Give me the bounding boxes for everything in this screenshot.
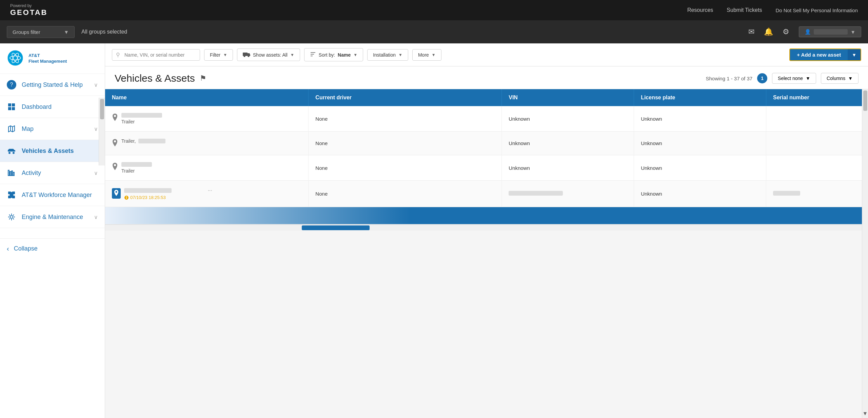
asset-name-blurred [124, 188, 172, 193]
sidebar-app-header: AT&TFleet Management [0, 43, 105, 74]
user-chevron-icon: ▼ [850, 29, 855, 35]
sort-by-label: Sort by: [319, 52, 335, 58]
sidebar-collapse-button[interactable]: ‹ Collapse [0, 238, 105, 259]
add-asset-split-chevron-icon: ▼ [852, 52, 856, 58]
columns-chevron-icon: ▼ [848, 76, 853, 81]
vehicles-table: Name Current driver VIN License plate Se… [105, 89, 868, 224]
asset-name-cell: Trailer, [105, 132, 309, 155]
columns-button[interactable]: Columns ▼ [821, 73, 859, 84]
truck-icon [243, 52, 250, 58]
chevron-down-icon-engine: ∨ [94, 214, 98, 220]
asset-name-cell: ··· 07/10/23 18:25:53 [105, 181, 309, 207]
settings-gear-icon[interactable]: ⚙ [783, 27, 789, 36]
serial-cell [766, 181, 868, 207]
col-header-license[interactable]: License plate [634, 89, 766, 106]
vin-cell: Unknown [502, 155, 634, 181]
sidebar-item-map[interactable]: Map ∨ [0, 118, 105, 140]
horizontal-scrollbar-thumb [302, 225, 370, 230]
add-asset-button[interactable]: + Add a new asset [789, 48, 848, 61]
sidebar-item-dashboard[interactable]: Dashboard [0, 96, 105, 118]
geotab-logo: GEOTAB [10, 8, 47, 17]
groups-filter-button[interactable]: Groups filter ▼ [7, 26, 75, 38]
sidebar-item-att-workforce[interactable]: AT&T Workforce Manager [0, 184, 105, 206]
table-row[interactable] [105, 207, 868, 224]
svg-point-12 [13, 152, 15, 154]
groups-bar: Groups filter ▼ All groups selected ✉ 🔔 … [0, 20, 868, 43]
location-pin-icon [112, 139, 118, 148]
svg-rect-18 [243, 53, 248, 56]
svg-point-27 [114, 164, 116, 166]
license-cell: Unknown [634, 155, 766, 181]
driver-cell: None [309, 155, 502, 181]
more-button[interactable]: More ▼ [412, 49, 441, 61]
svg-point-17 [10, 216, 13, 218]
logo-area: Powered by GEOTAB [10, 3, 47, 17]
show-assets-chevron-icon: ▼ [290, 53, 294, 57]
svg-marker-8 [8, 126, 15, 132]
top-nav-links: Resources Submit Tickets Do Not Sell My … [687, 7, 858, 13]
mail-icon[interactable]: ✉ [748, 27, 754, 36]
collapse-arrow-icon: ‹ [7, 245, 9, 253]
sidebar-item-activity[interactable]: Activity ∨ [0, 162, 105, 184]
sidebar-item-label-vehicles: Vehicles & Assets [22, 147, 98, 155]
sort-by-button[interactable]: Sort by: Name ▼ [304, 48, 363, 61]
more-dots-icon[interactable]: ··· [208, 187, 212, 194]
col-header-name[interactable]: Name [105, 89, 309, 106]
asset-type-label: Trailer [121, 119, 162, 124]
scroll-down-arrow-icon[interactable]: ▼ [862, 409, 868, 418]
do-not-sell-link[interactable]: Do Not Sell My Personal Information [775, 7, 858, 13]
filter-chevron-icon: ▼ [223, 53, 227, 57]
asset-type-label: Trailer [121, 168, 152, 174]
serial-blurred [773, 191, 800, 196]
page-title-text: Vehicles & Assets [115, 73, 195, 84]
user-name-text [814, 29, 848, 35]
page-header-right: Showing 1 - 37 of 37 1 Select none ▼ Col… [706, 73, 859, 84]
installation-label: Installation [373, 52, 396, 58]
sidebar-scrollbar[interactable] [99, 98, 105, 165]
col-header-driver[interactable]: Current driver [309, 89, 502, 106]
select-none-button[interactable]: Select none ▼ [772, 73, 816, 84]
collapse-label: Collapse [14, 245, 38, 252]
workforce-puzzle-icon [7, 190, 16, 200]
installation-button[interactable]: Installation ▼ [367, 49, 408, 61]
notification-bell-icon[interactable]: 🔔 [764, 27, 773, 36]
page-header: Vehicles & Assets ⚑ Showing 1 - 37 of 37… [105, 66, 868, 89]
col-header-vin[interactable]: VIN [502, 89, 634, 106]
search-icon: ⚲ [116, 52, 120, 58]
sidebar-item-label-getting-started: Getting Started & Help [22, 81, 88, 88]
sidebar-item-vehicles-assets[interactable]: Vehicles & Assets [0, 140, 105, 162]
vertical-scrollbar[interactable]: ▼ [862, 89, 868, 418]
vin-cell: Unknown [502, 132, 634, 155]
table-row[interactable]: ··· 07/10/23 18:25:53 None [105, 181, 868, 207]
sidebar-item-getting-started[interactable]: ? Getting Started & Help ∨ [0, 74, 105, 96]
location-pin-icon [112, 114, 118, 123]
sidebar-item-label-activity: Activity [22, 170, 88, 177]
horizontal-scrollbar[interactable] [105, 224, 868, 231]
license-cell: Unknown [634, 106, 766, 132]
select-none-chevron-icon: ▼ [806, 76, 810, 81]
show-assets-button[interactable]: Show assets: All ▼ [237, 48, 300, 61]
asset-name-cell: Trailer [105, 155, 309, 181]
svg-rect-4 [8, 103, 11, 106]
groups-selected-text: All groups selected [81, 29, 127, 35]
filter-button[interactable]: Filter ▼ [204, 49, 233, 61]
submit-tickets-link[interactable]: Submit Tickets [727, 7, 762, 13]
groups-filter-label: Groups filter [13, 29, 40, 35]
chevron-down-icon-activity: ∨ [94, 170, 98, 176]
sidebar-item-engine-maintenance[interactable]: Engine & Maintenance ∨ [0, 206, 105, 228]
svg-point-26 [114, 140, 116, 142]
svg-rect-15 [12, 171, 13, 176]
search-wrapper: ⚲ [112, 49, 200, 61]
search-input[interactable] [112, 49, 200, 61]
table-row[interactable]: Trailer None Unknown Unknown [105, 155, 868, 181]
user-account-button[interactable]: 👤 ▼ [799, 26, 861, 37]
page-number-badge[interactable]: 1 [757, 73, 767, 83]
add-asset-split-button[interactable]: ▼ [848, 48, 861, 61]
resources-link[interactable]: Resources [687, 7, 713, 13]
main-layout: AT&TFleet Management ? Getting Started &… [0, 43, 868, 418]
table-row[interactable]: Trailer, None Unknown Unknown [105, 132, 868, 155]
table-container: Name Current driver VIN License plate Se… [105, 89, 868, 418]
table-row[interactable]: Trailer None Unknown Unknown [105, 106, 868, 132]
col-header-serial[interactable]: Serial number [766, 89, 868, 106]
bookmark-icon[interactable]: ⚑ [200, 74, 206, 83]
